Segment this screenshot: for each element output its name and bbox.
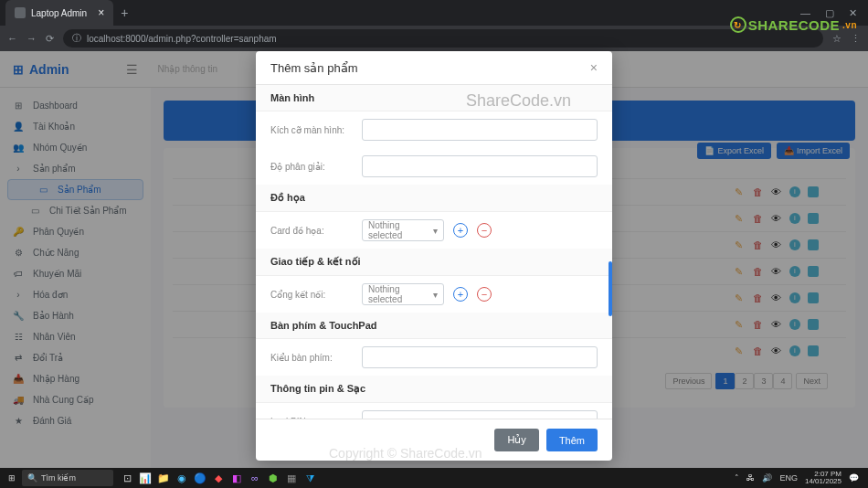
section-connect: Giao tiếp & kết nối [256,249,612,276]
tab-close-icon[interactable]: × [98,6,104,19]
port-remove-button[interactable]: − [477,287,492,302]
menu-icon[interactable]: ⋮ [851,33,861,45]
new-tab-button[interactable]: + [121,5,128,20]
add-product-modal: Thêm sản phẩm × Màn hình Kích cỡ màn hìn… [256,51,612,461]
port-label: Cổng kết nối: [270,290,353,300]
section-battery: Thông tin pin & Sạc [256,376,612,403]
app-icon[interactable]: 📊 [137,470,153,486]
cancel-button[interactable]: Hủy [494,429,538,451]
gpu-add-button[interactable]: + [453,223,468,238]
chevron-down-icon: ▾ [433,226,438,236]
taskbar-apps: ⊡ 📊 📁 ◉ 🔵 ◆ ◧ ∞ ⬢ ▦ ⧩ [119,470,318,486]
app-icon[interactable]: ◧ [228,470,245,486]
modal-close-icon[interactable]: × [590,60,598,75]
tray-network-icon[interactable]: 🖧 [746,473,755,483]
app-icon[interactable]: ⬢ [265,470,281,486]
gpu-label: Card đồ họa: [270,226,353,236]
vs-icon[interactable]: ∞ [247,470,263,486]
browser-tab[interactable]: Laptop Admin × [5,0,113,26]
notifications-icon[interactable]: 💬 [849,473,859,483]
submit-button[interactable]: Thêm [546,429,598,451]
nav-back-icon[interactable]: ← [7,33,17,44]
vscode-icon[interactable]: ⧩ [302,470,318,486]
explorer-icon[interactable]: 📁 [155,470,172,486]
app-icon[interactable]: ▦ [283,470,300,486]
sharecode-logo: ↻ SHARECODE.vn [730,16,857,33]
section-screen: Màn hình [256,85,612,111]
taskview-icon[interactable]: ⊡ [119,470,135,486]
nav-reload-icon[interactable]: ⟳ [46,33,54,45]
chrome-icon[interactable]: 🔵 [192,470,208,486]
keyboard-type-label: Kiểu bàn phím: [270,353,353,363]
url-text: localhost:8000/admin.php?controller=sanp… [87,34,277,44]
modal-scrollbar[interactable] [609,261,612,316]
taskbar-search[interactable]: 🔍 Tìm kiếm [22,470,113,486]
gpu-select[interactable]: Nothing selected▾ [362,219,444,241]
tray-lang[interactable]: ENG [779,473,798,483]
resolution-label: Độ phân giải: [270,162,353,172]
port-select[interactable]: Nothing selected▾ [362,283,444,305]
resolution-input[interactable] [362,155,598,177]
taskbar-clock[interactable]: 2:07 PM 14/01/2025 [805,471,842,485]
screen-size-label: Kích cỡ màn hình: [270,125,353,135]
battery-type-input[interactable] [362,410,598,419]
tab-title: Laptop Admin [31,8,87,18]
tray-chevron-icon[interactable]: ˄ [735,473,739,483]
port-add-button[interactable]: + [453,287,468,302]
url-input[interactable]: ⓘ localhost:8000/admin.php?controller=sa… [63,29,823,48]
keyboard-type-input[interactable] [362,346,598,368]
modal-body: Màn hình Kích cỡ màn hình: Độ phân giải:… [256,85,612,419]
modal-footer: Hủy Thêm [256,419,612,461]
modal-title: Thêm sản phẩm [270,61,357,75]
section-graphics: Đồ họa [256,185,612,212]
tray-volume-icon[interactable]: 🔊 [762,473,772,483]
gpu-remove-button[interactable]: − [477,223,492,238]
modal-header: Thêm sản phẩm × [256,51,612,85]
windows-taskbar: ⊞ 🔍 Tìm kiếm ⊡ 📊 📁 ◉ 🔵 ◆ ◧ ∞ ⬢ ▦ ⧩ ˄ 🖧 🔊… [0,468,868,488]
chevron-down-icon: ▾ [433,290,438,300]
edge-icon[interactable]: ◉ [174,470,190,486]
section-keyboard: Bàn phím & TouchPad [256,313,612,339]
screen-size-input[interactable] [362,119,598,141]
app-icon[interactable]: ◆ [210,470,227,486]
start-button[interactable]: ⊞ [4,468,20,488]
sharecode-icon: ↻ [730,16,746,33]
nav-forward-icon[interactable]: → [26,33,37,44]
bookmark-icon[interactable]: ☆ [832,33,842,45]
tab-favicon [15,7,26,18]
